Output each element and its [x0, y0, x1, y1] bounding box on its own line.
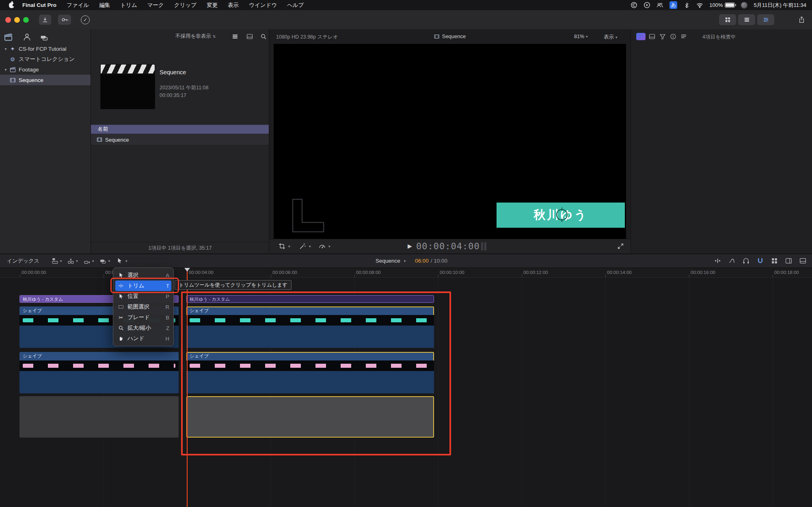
disclosure-icon[interactable]: ▾: [2, 67, 9, 72]
clip-duration: 00:00:35:17: [160, 93, 186, 98]
connect-clip-button[interactable]: ▾: [52, 257, 62, 264]
ruler-label: 00:00:04:00: [189, 270, 214, 275]
tool-shortcut: B: [166, 315, 169, 321]
sequence-name: Sequence: [376, 258, 400, 264]
audio-meter-bar[interactable]: [481, 242, 483, 250]
event-icon: [9, 67, 16, 73]
keyword-editor-button[interactable]: [58, 15, 71, 25]
clip-appearance-icon[interactable]: [771, 257, 778, 264]
zoom-window-button[interactable]: [23, 17, 29, 23]
tool-shortcut: Z: [166, 325, 169, 331]
tool-menu-item-hand[interactable]: ハンド H: [113, 333, 173, 344]
audio-skimming-icon[interactable]: [743, 257, 749, 264]
wifi-icon[interactable]: [696, 2, 703, 9]
info-inspector-icon[interactable]: [670, 33, 676, 40]
close-window-button[interactable]: [5, 17, 11, 23]
shape-clip[interactable]: シェイプ: [19, 352, 179, 393]
trim-display-icon[interactable]: [714, 257, 721, 264]
viewer-view-control[interactable]: 表示▾: [604, 34, 618, 41]
title-overlay-banner[interactable]: 秋川ゆう: [497, 203, 625, 228]
hand-icon: [117, 336, 125, 341]
background-tasks-button[interactable]: ✓: [80, 15, 91, 25]
menu-file[interactable]: ファイル: [67, 2, 89, 9]
text-inspector-icon[interactable]: [680, 33, 687, 40]
timeline-toggle-button[interactable]: [738, 14, 755, 25]
transform-crosshair-icon[interactable]: [556, 209, 568, 220]
menu-app-name[interactable]: Final Cut Pro: [22, 2, 56, 8]
ime-input-icon[interactable]: あ: [669, 1, 677, 9]
menu-window[interactable]: ウインドウ: [249, 2, 277, 9]
append-clip-button[interactable]: ▾: [84, 257, 94, 264]
crop-tool-button[interactable]: ▾: [279, 243, 290, 250]
menu-view[interactable]: 表示: [228, 2, 239, 9]
play-circle-icon[interactable]: [644, 2, 650, 9]
browser-list-row-sequence[interactable]: Sequence: [91, 134, 269, 145]
sidebar-header: [0, 29, 91, 44]
menu-edit[interactable]: 編集: [99, 2, 110, 9]
tool-menu-item-blade[interactable]: ✂ ブレード B: [113, 312, 173, 323]
menu-trim[interactable]: トリム: [120, 2, 137, 9]
menu-mark[interactable]: マーク: [147, 2, 164, 9]
timeline-panel-icon[interactable]: [785, 257, 792, 264]
sidebar-item-sequence[interactable]: Sequence: [0, 75, 91, 85]
skimming-icon[interactable]: [728, 257, 735, 264]
tool-selector-button[interactable]: ▾: [117, 258, 127, 264]
sidebar-item-library[interactable]: ▾ ✦ CS-for FCP Tutorial: [0, 44, 91, 54]
clip-name[interactable]: Sequence: [160, 69, 186, 76]
tool-menu-item-range[interactable]: 範囲選択 R: [113, 302, 173, 312]
color-inspector-icon[interactable]: [649, 33, 655, 40]
filter-control[interactable]: 不採用を非表示 ⇅: [175, 33, 216, 40]
tool-menu-item-zoom[interactable]: 拡大/縮小 Z: [113, 323, 173, 333]
list-column-header[interactable]: 名前: [91, 125, 269, 134]
timeline-sequence-selector[interactable]: Sequence ▾: [376, 258, 406, 264]
check-circle-icon: ✓: [81, 15, 90, 24]
chevron-down-icon: ▾: [615, 35, 618, 39]
users-icon[interactable]: [657, 2, 663, 9]
titles-generators-icon[interactable]: [40, 33, 48, 41]
disclosure-icon[interactable]: ▾: [2, 47, 9, 51]
retime-tool-button[interactable]: ▾: [319, 243, 330, 250]
clip-thumbnail[interactable]: [100, 64, 155, 109]
playhead-cap[interactable]: [184, 268, 190, 272]
menu-modify[interactable]: 変更: [207, 2, 218, 9]
creative-cloud-icon[interactable]: [631, 2, 637, 9]
show-libraries-icon[interactable]: [4, 33, 13, 41]
battery-indicator[interactable]: 100%: [709, 2, 735, 8]
audio-meter-bar[interactable]: [484, 242, 486, 250]
import-media-button[interactable]: [39, 15, 51, 25]
insert-clip-button[interactable]: ▾: [67, 257, 78, 264]
annotation-trim-highlight: [110, 278, 179, 293]
inspector-header: 4項目を検査中: [631, 29, 812, 44]
effects-tool-button[interactable]: ▾: [299, 243, 311, 250]
video-inspector-icon[interactable]: [636, 33, 646, 40]
play-button[interactable]: ▶: [408, 243, 412, 249]
sidebar-item-label: Sequence: [19, 77, 43, 83]
filmstrip-view-icon[interactable]: [246, 33, 253, 40]
menu-help[interactable]: ヘルプ: [287, 2, 304, 9]
menu-clip[interactable]: クリップ: [174, 2, 197, 9]
close-panel-icon[interactable]: [799, 257, 806, 264]
clip-appearance-icon[interactable]: [232, 33, 238, 40]
sidebar-item-footage[interactable]: ▾ Footage: [0, 65, 91, 74]
snapping-icon[interactable]: [757, 257, 764, 264]
viewer-header: 1080p HD 23.98p ステレオ Sequence 81%▾ 表示▾: [269, 29, 631, 44]
search-icon[interactable]: [260, 33, 267, 40]
index-button[interactable]: インデックス: [7, 257, 39, 265]
viewer-canvas[interactable]: 秋川ゆう: [274, 44, 626, 239]
menubar-clock[interactable]: 5月11日(木) 午前11:34: [754, 2, 806, 9]
sidebar-item-smart-collection[interactable]: ⚙ スマートコレクション: [0, 54, 91, 64]
tool-shortcut: P: [166, 293, 169, 300]
minimize-window-button[interactable]: [14, 17, 20, 23]
viewer-zoom-control[interactable]: 81%▾: [574, 34, 588, 39]
gap-clip[interactable]: [19, 396, 179, 438]
overwrite-clip-button[interactable]: ▾: [99, 257, 110, 264]
inspector-toggle-button[interactable]: [757, 14, 774, 25]
fullscreen-icon[interactable]: [617, 243, 624, 250]
siri-icon[interactable]: [741, 2, 747, 9]
photos-audio-icon[interactable]: [23, 33, 31, 41]
audio-inspector-icon[interactable]: [659, 33, 666, 40]
browser-toggle-button[interactable]: [719, 14, 736, 25]
bluetooth-icon[interactable]: [683, 2, 690, 9]
apple-menu-icon[interactable]: [9, 2, 14, 8]
share-button[interactable]: [795, 15, 808, 25]
